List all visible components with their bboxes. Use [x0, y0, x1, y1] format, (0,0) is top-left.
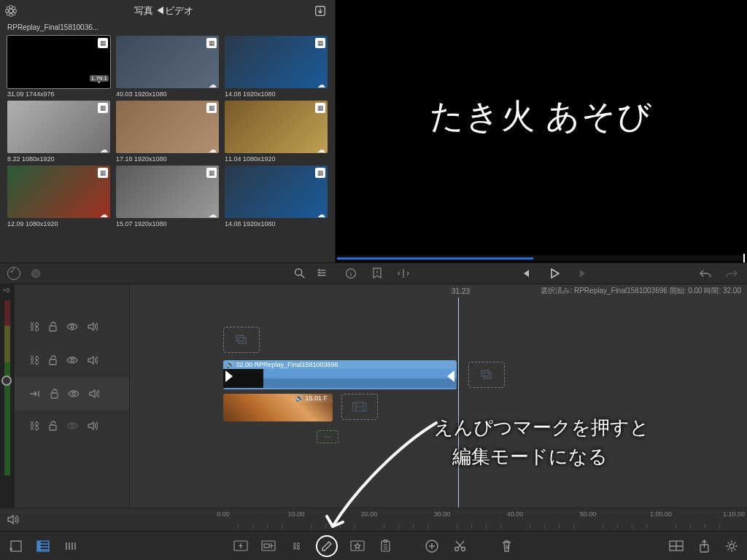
playhead[interactable]: [458, 298, 459, 508]
mark-done-icon[interactable]: [6, 265, 22, 281]
ruler-label: 1:10.00: [723, 510, 745, 518]
prev-icon[interactable]: [517, 265, 533, 281]
timeline[interactable]: 31.23 選択済み: RPReplay_Final1581003696 開始:…: [130, 284, 747, 531]
lock-icon[interactable]: [48, 421, 58, 431]
thumbnail-meta: 11.04 1080x1920: [225, 155, 328, 163]
svg-rect-12: [50, 326, 56, 331]
clip-placeholder[interactable]: [223, 327, 260, 353]
selection-status: 選択済み: RPReplay_Final1581003696 開始: 0.00 …: [541, 286, 741, 296]
trash-icon[interactable]: [498, 538, 514, 554]
svg-rect-18: [50, 425, 56, 430]
thumbnail-meta: 12.09 1080x1920: [7, 220, 110, 228]
play-icon[interactable]: [546, 265, 562, 281]
clip-placeholder[interactable]: [468, 362, 505, 388]
ruler-label: 30.00: [434, 510, 451, 518]
svg-point-15: [71, 359, 74, 362]
ruler-label: 40.00: [507, 510, 524, 518]
lock-icon[interactable]: [48, 322, 58, 332]
undo-icon[interactable]: [697, 265, 713, 281]
svg-point-38: [461, 548, 465, 551]
media-thumbnail[interactable]: ▦☁14.08 1920x1080: [225, 166, 328, 228]
layout-icon[interactable]: [668, 538, 684, 554]
clip-placeholder[interactable]: [341, 394, 378, 420]
media-thumbnail[interactable]: ▦☁8.22 1080x1920: [7, 101, 110, 163]
eye-icon[interactable]: [68, 389, 80, 398]
link-tool-icon[interactable]: ⛓: [288, 538, 304, 554]
media-thumbnail[interactable]: ▦☁11.04 1080x1920: [225, 101, 328, 163]
add-title-icon[interactable]: [260, 538, 276, 554]
lock-icon[interactable]: [48, 355, 58, 365]
tracks-icon[interactable]: [63, 538, 79, 554]
link-icon[interactable]: ⛓: [29, 354, 39, 366]
thumbnail-meta: 31.09 1744x976: [7, 90, 110, 98]
svg-point-7: [7, 12, 10, 16]
selected-clip-filename: RPReplay_Final15810036...: [0, 22, 335, 33]
marker-icon[interactable]: [369, 265, 385, 281]
favorites-icon[interactable]: [349, 538, 365, 554]
eye-icon[interactable]: [66, 356, 78, 365]
svg-rect-20: [236, 335, 244, 341]
thumbnail-meta: 14.08 1920x1080: [225, 90, 328, 98]
share-icon[interactable]: [696, 538, 712, 554]
lock-icon[interactable]: [50, 389, 59, 399]
svg-point-10: [295, 269, 302, 276]
add-clip-icon[interactable]: [233, 538, 249, 554]
link-icon[interactable]: ⛓: [29, 420, 39, 432]
edit-mode-button[interactable]: [316, 535, 338, 557]
svg-point-13: [71, 325, 74, 328]
add-source-icon[interactable]: [7, 538, 23, 554]
media-thumbnail[interactable]: ▦☁15.07 1920x1080: [116, 166, 219, 228]
align-icon[interactable]: [395, 265, 411, 281]
preview-scrubber[interactable]: [337, 255, 746, 261]
speaker-icon[interactable]: [87, 322, 98, 332]
record-icon[interactable]: [28, 265, 44, 281]
media-thumbnail[interactable]: ▦✓1.79:131.09 1744x976: [7, 36, 110, 98]
photos-app-icon[interactable]: [0, 3, 22, 19]
master-volume-icon[interactable]: [4, 512, 20, 528]
eye-icon[interactable]: [66, 322, 78, 331]
svg-rect-14: [50, 359, 56, 365]
thumbnail-meta: 8.22 1080x1920: [7, 155, 110, 163]
cut-icon[interactable]: [452, 538, 468, 554]
timeline-clip[interactable]: 🔊 15.01 F: [223, 394, 333, 421]
browser-title[interactable]: 写真 ◀ビデオ: [22, 4, 306, 18]
settings-icon[interactable]: [724, 538, 740, 554]
svg-point-17: [72, 392, 75, 395]
link-icon[interactable]: ⛓: [29, 321, 39, 332]
media-thumbnail[interactable]: ▦☁12.09 1080x1920: [7, 166, 110, 228]
info-icon[interactable]: [343, 265, 359, 281]
svg-point-28: [38, 545, 39, 546]
timeline-clip[interactable]: 🔊 32.00 RPReplay_Final1581003696: [223, 360, 457, 389]
thumbnail-meta: 17.18 1920x1080: [116, 155, 219, 163]
time-ruler[interactable]: 0.0010.0020.0030.0040.0050.001:00.001:10…: [130, 508, 747, 531]
eye-icon[interactable]: [66, 421, 78, 430]
svg-rect-16: [51, 393, 58, 398]
svg-rect-22: [481, 370, 489, 376]
media-thumbnail[interactable]: ▦☁17.18 1920x1080: [116, 101, 219, 163]
media-browser: 写真 ◀ビデオ RPReplay_Final15810036... ▦✓1.79…: [0, 0, 336, 262]
svg-point-41: [729, 544, 734, 548]
next-icon[interactable]: [576, 265, 592, 281]
storyboard-icon[interactable]: [35, 538, 51, 554]
search-icon[interactable]: [292, 265, 308, 281]
svg-point-27: [38, 542, 39, 543]
add-icon[interactable]: [424, 538, 440, 554]
media-thumbnail[interactable]: ▦☁14.08 1920x1080: [225, 36, 328, 98]
ruler-label: 50.00: [580, 510, 597, 518]
meter-knob[interactable]: [1, 376, 12, 386]
import-icon[interactable]: [306, 3, 335, 19]
main-track-icon[interactable]: [29, 389, 41, 398]
speaker-icon[interactable]: [88, 389, 99, 399]
ruler-label: 1:00.00: [650, 510, 672, 518]
redo-icon[interactable]: [724, 265, 740, 281]
svg-point-8: [12, 12, 16, 16]
speaker-icon[interactable]: [87, 355, 98, 365]
list-view-icon[interactable]: [314, 265, 330, 281]
video-title-text: たき火 あそび: [430, 94, 654, 139]
clipboard-icon[interactable]: [377, 538, 393, 554]
audio-placeholder[interactable]: 〰: [317, 430, 338, 443]
preview-canvas[interactable]: たき火 あそび: [336, 0, 747, 255]
speaker-icon[interactable]: [87, 421, 98, 431]
media-thumbnail[interactable]: ▦☁40.03 1920x1080: [116, 36, 219, 98]
svg-rect-21: [239, 338, 246, 343]
